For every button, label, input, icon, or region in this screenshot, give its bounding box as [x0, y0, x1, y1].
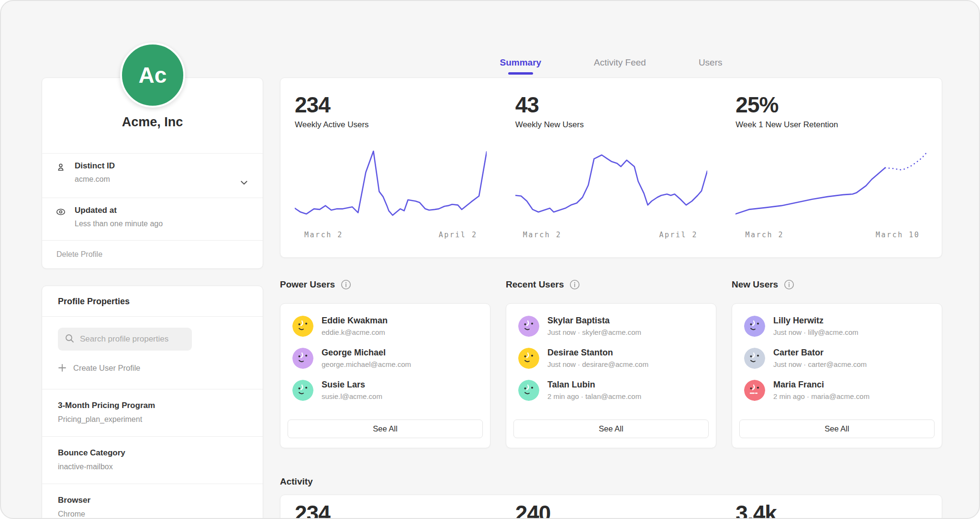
- info-icon[interactable]: [341, 279, 351, 290]
- company-avatar: Ac: [120, 43, 185, 108]
- tab-label: Users: [699, 57, 723, 67]
- profile-property-row[interactable]: Bounce Categoryinactive-mailbox: [42, 436, 263, 484]
- user-avatar: [292, 316, 313, 337]
- user-name: Carter Bator: [773, 348, 867, 358]
- profile-field-list: Distinct IDacme.comUpdated atLess than o…: [42, 153, 263, 242]
- sparkline-chart: [515, 147, 707, 219]
- profile-properties-title: Profile Properties: [42, 286, 263, 317]
- user-avatar: [292, 348, 313, 369]
- user-avatar: [744, 316, 765, 337]
- profile-properties-card: Profile Properties Create User Profile 3…: [42, 286, 263, 519]
- user-text: Carter BatorJust now · carter@acme.com: [773, 348, 867, 369]
- field-value: Less than one minute ago: [75, 219, 248, 228]
- activity-section-title: Activity: [280, 476, 313, 487]
- user-subtext: Just now · carter@acme.com: [773, 360, 867, 369]
- user-list-item[interactable]: Eddie Kwakmaneddie.k@acme.com: [292, 315, 478, 337]
- user-text: Skylar BaptistaJust now · skyler@acme.co…: [547, 316, 641, 337]
- see-all-button[interactable]: See All: [288, 420, 483, 438]
- user-name: Talan Lubin: [547, 380, 641, 390]
- user-name: Susie Lars: [322, 380, 382, 390]
- user-list-header: Power Users: [280, 278, 490, 291]
- field-label: Updated at: [75, 206, 248, 215]
- user-name: Skylar Baptista: [547, 316, 641, 326]
- profile-property-row[interactable]: BrowserChrome: [42, 484, 263, 519]
- eye-icon: [56, 207, 66, 217]
- activity-stat-value: 240: [515, 501, 707, 519]
- person-icon: [56, 162, 66, 173]
- user-text: Desirae StantonJust now · desirare@acme.…: [547, 348, 648, 369]
- user-name: George Michael: [322, 348, 411, 358]
- search-input[interactable]: [79, 334, 186, 344]
- tab-users[interactable]: Users: [694, 57, 727, 75]
- sparkline-axis: March 2April 2: [295, 231, 487, 240]
- user-lists-row: Power UsersEddie Kwakmaneddie.k@acme.com…: [280, 278, 942, 448]
- sparkline-axis: March 2April 2: [515, 231, 707, 240]
- create-user-profile-button[interactable]: Create User Profile: [58, 361, 263, 375]
- stat-value: 234: [295, 92, 487, 117]
- user-subtext: george.michael@acme.com: [322, 360, 411, 369]
- tab-label: Summary: [500, 57, 542, 67]
- user-list-card: Skylar BaptistaJust now · skyler@acme.co…: [506, 303, 716, 448]
- user-name: Lilly Herwitz: [773, 316, 858, 326]
- user-avatar: [744, 348, 765, 369]
- delete-profile-button[interactable]: Delete Profile: [42, 240, 263, 268]
- axis-label: March 2: [304, 231, 343, 239]
- stat-label: Weekly New Users: [515, 120, 707, 130]
- user-list-item[interactable]: Susie Larssusie.l@acme.com: [292, 379, 478, 401]
- property-value: Chrome: [58, 509, 247, 519]
- sparkline: [295, 147, 487, 221]
- property-value: inactive-mailbox: [58, 462, 247, 471]
- profile-field-row[interactable]: Distinct IDacme.com: [42, 153, 263, 198]
- sparkline: [735, 147, 927, 221]
- user-name: Eddie Kwakman: [322, 316, 388, 326]
- user-list-card: Eddie Kwakmaneddie.k@acme.comGeorge Mich…: [280, 303, 490, 448]
- tab-bar: SummaryActivity FeedUsers: [280, 57, 942, 75]
- user-list-item[interactable]: Talan Lubin2 min ago · talan@acme.com: [518, 379, 704, 401]
- chevron-down-icon[interactable]: [240, 178, 248, 187]
- see-all-button[interactable]: See All: [739, 420, 935, 438]
- property-name: Browser: [58, 496, 247, 505]
- user-subtext: 2 min ago · maria@acme.com: [773, 392, 869, 401]
- plus-icon: [58, 364, 67, 372]
- active-tab-underline: [508, 72, 533, 75]
- profile-properties-search[interactable]: [58, 328, 192, 351]
- user-list-header: New Users: [732, 278, 942, 291]
- field-label: Distinct ID: [75, 161, 248, 171]
- axis-label: April 2: [659, 231, 698, 239]
- user-name: Maria Franci: [773, 380, 869, 390]
- create-user-profile-label: Create User Profile: [73, 364, 140, 373]
- user-list-item[interactable]: George Michaelgeorge.michael@acme.com: [292, 347, 478, 369]
- user-list-item[interactable]: Lilly HerwitzJust now · lilly@acme.com: [744, 315, 930, 337]
- user-avatar: [518, 380, 539, 401]
- profile-property-row[interactable]: 3-Month Pricing ProgramPricing_plan_expe…: [42, 389, 263, 436]
- user-avatar: [292, 380, 313, 401]
- user-text: Lilly HerwitzJust now · lilly@acme.com: [773, 316, 858, 337]
- user-text: Talan Lubin2 min ago · talan@acme.com: [547, 380, 641, 401]
- tab-summary[interactable]: Summary: [495, 57, 546, 75]
- profile-field-row[interactable]: Updated atLess than one minute ago: [42, 198, 263, 242]
- activity-stat-column: 240: [501, 495, 722, 519]
- tab-activity-feed[interactable]: Activity Feed: [589, 57, 651, 75]
- activity-stat-value: 3.4k: [735, 501, 927, 519]
- tab-label: Activity Feed: [594, 57, 646, 67]
- search-icon: [65, 333, 74, 345]
- axis-label: March 2: [523, 231, 562, 239]
- summary-stats-card: 234Weekly Active UsersMarch 2April 243We…: [280, 77, 942, 258]
- property-name: 3-Month Pricing Program: [58, 401, 247, 410]
- user-list-title: New Users: [732, 279, 778, 290]
- see-all-button[interactable]: See All: [513, 420, 709, 438]
- field-value: acme.com: [75, 175, 248, 184]
- info-icon[interactable]: [784, 279, 794, 290]
- user-text: Maria Franci2 min ago · maria@acme.com: [773, 380, 869, 401]
- user-text: Susie Larssusie.l@acme.com: [322, 380, 382, 401]
- info-icon[interactable]: [569, 279, 580, 290]
- property-value: Pricing_plan_experiment: [58, 415, 247, 424]
- user-list-item[interactable]: Carter BatorJust now · carter@acme.com: [744, 347, 930, 369]
- user-list-item[interactable]: Skylar BaptistaJust now · skyler@acme.co…: [518, 315, 704, 337]
- axis-label: April 2: [439, 231, 478, 239]
- user-list-item[interactable]: Desirae StantonJust now · desirare@acme.…: [518, 347, 704, 369]
- axis-label: March 2: [745, 231, 784, 239]
- user-list-recent-users: Recent UsersSkylar BaptistaJust now · sk…: [506, 278, 716, 448]
- axis-label: March 10: [876, 231, 920, 239]
- user-list-item[interactable]: Maria Franci2 min ago · maria@acme.com: [744, 379, 930, 401]
